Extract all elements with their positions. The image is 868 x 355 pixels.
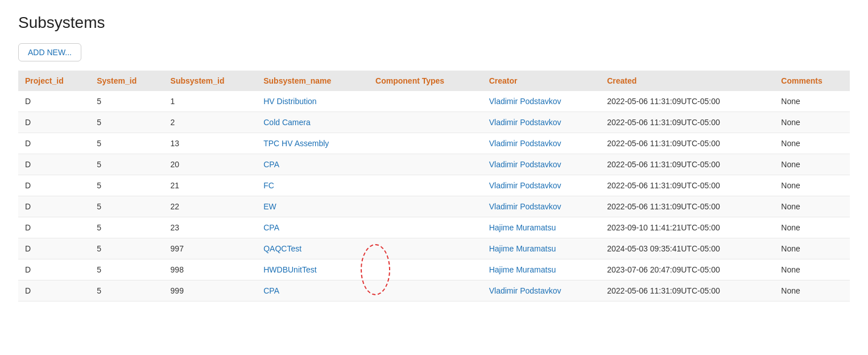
creator-cell[interactable]: Vladimir Podstavkov xyxy=(482,91,601,112)
comments-cell: None xyxy=(774,175,850,196)
system-id-cell: 5 xyxy=(90,217,163,238)
table-row: D5997QAQCTest Hajime Muramatsu2024-05-03… xyxy=(18,238,850,259)
system-id-cell: 5 xyxy=(90,238,163,259)
table-row: D520CPA Vladimir Podstavkov2022-05-06 11… xyxy=(18,154,850,175)
creator-cell[interactable]: Vladimir Podstavkov xyxy=(482,133,601,154)
subsystem-name-cell[interactable]: CPA xyxy=(257,280,369,302)
subsystem-name-cell[interactable]: HV Distribution xyxy=(257,91,369,112)
comments-cell: None xyxy=(774,196,850,217)
component-types-cell[interactable] xyxy=(369,217,482,238)
column-header-comments: Comments xyxy=(774,71,850,91)
created-cell: 2022-05-06 11:31:09UTC-05:00 xyxy=(600,280,774,302)
subsystem-name-cell[interactable]: CPA xyxy=(257,217,369,238)
component-types-cell[interactable] xyxy=(369,91,482,112)
table-row: D52Cold Camera Vladimir Podstavkov2022-0… xyxy=(18,112,850,133)
subsystem-id-cell: 998 xyxy=(164,259,257,280)
table-header-row: Project_idSystem_idSubsystem_idSubsystem… xyxy=(18,71,850,91)
created-cell: 2022-05-06 11:31:09UTC-05:00 xyxy=(600,133,774,154)
system-id-cell: 5 xyxy=(90,154,163,175)
system-id-cell: 5 xyxy=(90,280,163,302)
table-row: D5999CPA Vladimir Podstavkov2022-05-06 1… xyxy=(18,280,850,302)
comments-cell: None xyxy=(774,154,850,175)
comments-cell: None xyxy=(774,91,850,112)
column-header-subsystem-name: Subsystem_name xyxy=(257,71,369,91)
creator-cell[interactable]: Hajime Muramatsu xyxy=(482,238,601,259)
system-id-cell: 5 xyxy=(90,112,163,133)
project-id-cell: D xyxy=(18,112,90,133)
column-header-system-id: System_id xyxy=(90,71,163,91)
subsystem-name-cell[interactable]: HWDBUnitTest xyxy=(257,259,369,280)
comments-cell: None xyxy=(774,112,850,133)
component-types-cell[interactable] xyxy=(369,259,482,280)
project-id-cell: D xyxy=(18,280,90,302)
subsystems-table: Project_idSystem_idSubsystem_idSubsystem… xyxy=(18,71,850,302)
system-id-cell: 5 xyxy=(90,91,163,112)
subsystem-id-cell: 2 xyxy=(164,112,257,133)
project-id-cell: D xyxy=(18,238,90,259)
component-types-cell[interactable] xyxy=(369,133,482,154)
created-cell: 2022-05-06 11:31:09UTC-05:00 xyxy=(600,154,774,175)
comments-cell: None xyxy=(774,217,850,238)
column-header-subsystem-id: Subsystem_id xyxy=(164,71,257,91)
comments-cell: None xyxy=(774,133,850,154)
table-row: D523CPA Hajime Muramatsu2023-09-10 11:41… xyxy=(18,217,850,238)
created-cell: 2022-05-06 11:31:09UTC-05:00 xyxy=(600,196,774,217)
project-id-cell: D xyxy=(18,133,90,154)
component-types-cell[interactable] xyxy=(369,154,482,175)
subsystem-id-cell: 1 xyxy=(164,91,257,112)
creator-cell[interactable]: Vladimir Podstavkov xyxy=(482,280,601,302)
component-types-cell[interactable] xyxy=(369,238,482,259)
column-header-project-id: Project_id xyxy=(18,71,90,91)
subsystem-id-cell: 20 xyxy=(164,154,257,175)
column-header-creator: Creator xyxy=(482,71,601,91)
subsystem-name-cell[interactable]: CPA xyxy=(257,154,369,175)
subsystem-id-cell: 21 xyxy=(164,175,257,196)
table-row: D522EW Vladimir Podstavkov2022-05-06 11:… xyxy=(18,196,850,217)
created-cell: 2023-09-10 11:41:21UTC-05:00 xyxy=(600,217,774,238)
subsystem-id-cell: 997 xyxy=(164,238,257,259)
table-row: D5998HWDBUnitTest Hajime Muramatsu2023-0… xyxy=(18,259,850,280)
page-title: Subsystems xyxy=(18,14,850,32)
project-id-cell: D xyxy=(18,91,90,112)
created-cell: 2023-07-06 20:47:09UTC-05:00 xyxy=(600,259,774,280)
project-id-cell: D xyxy=(18,154,90,175)
table-body: D51HV Distribution Vladimir Podstavkov20… xyxy=(18,91,850,302)
subsystem-name-cell[interactable]: TPC HV Assembly xyxy=(257,133,369,154)
system-id-cell: 5 xyxy=(90,175,163,196)
comments-cell: None xyxy=(774,280,850,302)
project-id-cell: D xyxy=(18,175,90,196)
creator-cell[interactable]: Vladimir Podstavkov xyxy=(482,112,601,133)
creator-cell[interactable]: Hajime Muramatsu xyxy=(482,259,601,280)
component-types-cell[interactable] xyxy=(369,196,482,217)
component-types-cell[interactable] xyxy=(369,175,482,196)
project-id-cell: D xyxy=(18,217,90,238)
creator-cell[interactable]: Vladimir Podstavkov xyxy=(482,175,601,196)
project-id-cell: D xyxy=(18,196,90,217)
created-cell: 2022-05-06 11:31:09UTC-05:00 xyxy=(600,112,774,133)
creator-cell[interactable]: Vladimir Podstavkov xyxy=(482,154,601,175)
system-id-cell: 5 xyxy=(90,259,163,280)
system-id-cell: 5 xyxy=(90,196,163,217)
creator-cell[interactable]: Hajime Muramatsu xyxy=(482,217,601,238)
table-header: Project_idSystem_idSubsystem_idSubsystem… xyxy=(18,71,850,91)
subsystem-name-cell[interactable]: EW xyxy=(257,196,369,217)
table-row: D521FC Vladimir Podstavkov2022-05-06 11:… xyxy=(18,175,850,196)
created-cell: 2024-05-03 09:35:41UTC-05:00 xyxy=(600,238,774,259)
project-id-cell: D xyxy=(18,259,90,280)
comments-cell: None xyxy=(774,238,850,259)
subsystem-id-cell: 13 xyxy=(164,133,257,154)
subsystem-id-cell: 23 xyxy=(164,217,257,238)
system-id-cell: 5 xyxy=(90,133,163,154)
subsystem-name-cell[interactable]: Cold Camera xyxy=(257,112,369,133)
table-row: D51HV Distribution Vladimir Podstavkov20… xyxy=(18,91,850,112)
subsystem-name-cell[interactable]: FC xyxy=(257,175,369,196)
component-types-cell[interactable] xyxy=(369,112,482,133)
subsystem-id-cell: 999 xyxy=(164,280,257,302)
creator-cell[interactable]: Vladimir Podstavkov xyxy=(482,196,601,217)
add-new-button[interactable]: ADD NEW... xyxy=(18,43,81,61)
column-header-component-types: Component Types xyxy=(369,71,482,91)
table-row: D513TPC HV Assembly Vladimir Podstavkov2… xyxy=(18,133,850,154)
component-types-cell[interactable] xyxy=(369,280,482,302)
subsystem-name-cell[interactable]: QAQCTest xyxy=(257,238,369,259)
created-cell: 2022-05-06 11:31:09UTC-05:00 xyxy=(600,91,774,112)
